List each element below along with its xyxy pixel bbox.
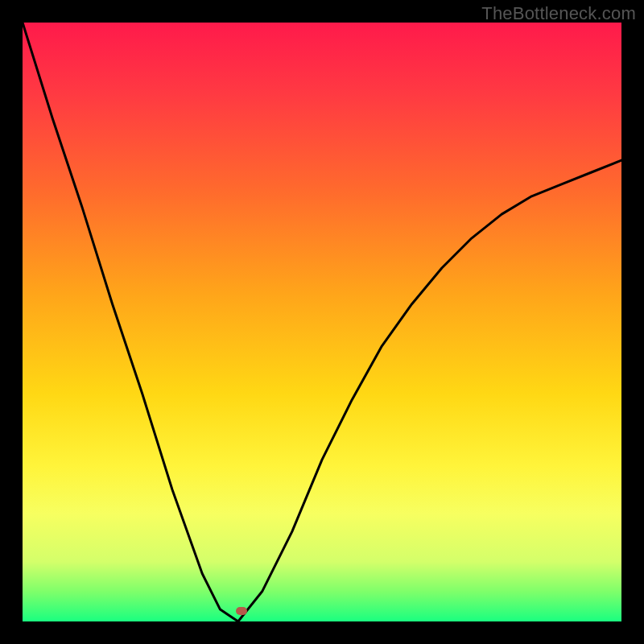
- optimal-point-marker: [236, 607, 247, 615]
- bottleneck-curve: [23, 23, 621, 621]
- chart-frame: TheBottleneck.com: [0, 0, 644, 644]
- attribution-label: TheBottleneck.com: [481, 3, 636, 24]
- plot-area: [23, 23, 621, 621]
